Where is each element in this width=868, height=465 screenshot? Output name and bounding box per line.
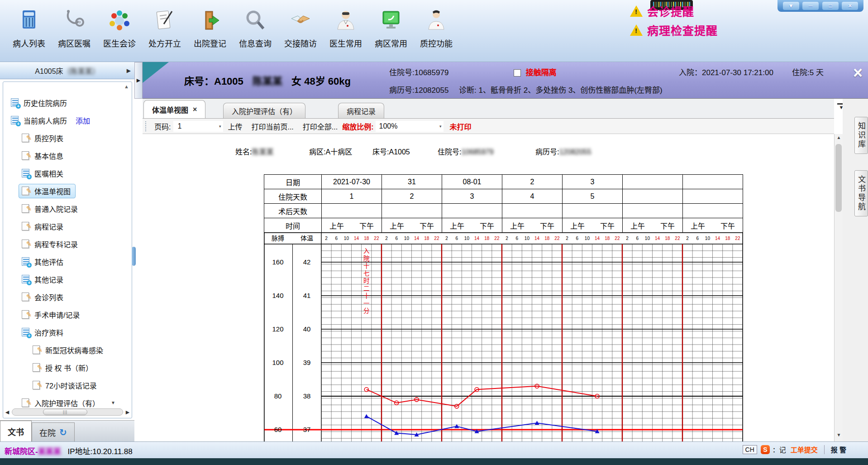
sidebar-item-历史住院病历[interactable]: +历史住院病历: [3, 94, 132, 111]
toolbar-button-ward-orders[interactable]: 病区医嘱: [52, 5, 97, 58]
print-all-button[interactable]: 打印全部...: [303, 121, 338, 132]
svg-text:十: 十: [363, 292, 370, 299]
sidebar-next-arrow-icon[interactable]: ▶: [127, 67, 131, 74]
sidebar-item-其他评估[interactable]: +其他评估: [3, 253, 132, 270]
close-window-button[interactable]: ×: [842, 2, 858, 10]
close-tab-icon[interactable]: ×: [193, 105, 197, 114]
toolbar-button-discharge-register[interactable]: 出院登记: [187, 5, 233, 58]
sidebar-item-病程专科记录[interactable]: ✎病程专科记录: [3, 235, 132, 253]
tab-progress-notes[interactable]: 病程记录: [338, 103, 384, 118]
sheet-cell: [563, 204, 623, 218]
svg-text:七: 七: [363, 270, 370, 277]
toolbar-button-patient-list[interactable]: 病人列表: [6, 5, 52, 58]
svg-text:分: 分: [363, 307, 370, 314]
maximize-window-button[interactable]: □: [822, 2, 839, 10]
refresh-icon[interactable]: ↻: [59, 427, 67, 438]
ward-orders-icon: [61, 7, 87, 34]
document-vertical-scrollbar[interactable]: ▲ ▼: [834, 134, 843, 441]
tree-scroll-up-icon[interactable]: ▲: [124, 84, 129, 89]
list-add-icon: +: [21, 168, 31, 178]
minimize-window-button[interactable]: ─: [802, 2, 819, 10]
toolbar-button-doctor-common[interactable]: 医生常用: [323, 5, 368, 58]
sidebar-item-会诊列表[interactable]: ✎会诊列表: [3, 288, 132, 306]
sogou-ime-icon[interactable]: S: [761, 445, 770, 454]
sidebar-patient-header[interactable]: A1005床 （陈某某） ▶: [0, 62, 134, 79]
close-patient-icon[interactable]: ×: [853, 65, 863, 81]
svg-text:6: 6: [335, 236, 338, 241]
print-status: 未打印: [450, 121, 472, 132]
tab-admission-assessment[interactable]: 入院护理评估（有）: [223, 103, 305, 118]
toolbar-button-handover-followup[interactable]: 交接随访: [278, 5, 323, 58]
sheet-cell: [683, 189, 743, 204]
toolbar-button-doctor-consult[interactable]: 医生会诊: [97, 5, 142, 58]
print-current-button[interactable]: 打印当前页...: [251, 121, 293, 132]
sidebar-item-当前病人病历[interactable]: +当前病人病历添加: [3, 111, 132, 129]
svg-text:80: 80: [274, 392, 282, 400]
svg-text:22: 22: [615, 236, 620, 241]
scrollbar-track[interactable]: |||: [12, 408, 123, 416]
chevron-down-icon[interactable]: ▾: [219, 124, 221, 129]
sheet-cell: 住院天数: [264, 189, 322, 204]
sidebar-item-72小时谈话记录[interactable]: ✎72小时谈话记录: [3, 376, 132, 394]
scroll-right-icon[interactable]: ▶: [123, 409, 132, 415]
sidebar-item-手术申请/记录[interactable]: ✎手术申请/记录: [3, 306, 132, 323]
sidebar-item-普通入院记录[interactable]: ✎普通入院记录: [3, 200, 132, 217]
chevron-down-icon[interactable]: ▼: [111, 400, 115, 405]
sidebar-collapse-button[interactable]: ▶: [134, 62, 143, 99]
sidebar-item-体温单视图[interactable]: ✎体温单视图: [3, 182, 132, 200]
scrollbar-thumb[interactable]: |||: [43, 409, 87, 415]
alarm-button[interactable]: 报 警: [831, 445, 846, 454]
sheet-cell: 上午下午: [382, 218, 442, 233]
tab-documents[interactable]: 文书: [0, 421, 32, 441]
zoom-select[interactable]: 100% ▾: [376, 121, 444, 132]
consult-alert[interactable]: ! 会诊提醒: [630, 3, 718, 19]
svg-text:10: 10: [344, 236, 349, 241]
sheet-field-label: 姓名:: [235, 148, 252, 156]
upload-button[interactable]: 上传: [228, 121, 242, 132]
discharge-register-icon: [197, 7, 223, 34]
sidebar-item-其他记录[interactable]: +其他记录: [3, 270, 132, 288]
chevron-down-icon[interactable]: ▾: [439, 124, 442, 129]
sidebar-item-治疗资料[interactable]: +治疗资料: [3, 323, 132, 341]
toolbar-button-label: 医生会诊: [103, 37, 136, 49]
toolbar-button-quality-control[interactable]: 质控功能: [414, 5, 459, 58]
toolbar-button-ward-common[interactable]: 病区常用: [368, 5, 414, 58]
sheet-field-value: A十病区: [325, 148, 352, 156]
toolbar-button-prescription[interactable]: 处方开立: [142, 5, 187, 58]
sidebar-item-基本信息[interactable]: ✎基本信息: [3, 147, 132, 164]
sidebar-item-医嘱相关[interactable]: +医嘱相关: [3, 164, 132, 182]
sidebar-item-质控列表[interactable]: ✎质控列表: [3, 129, 132, 147]
sidebar-item-病程记录[interactable]: ✎病程记录: [3, 217, 132, 235]
document-navigation-tab[interactable]: 文书导航: [854, 170, 868, 216]
work-order-submit-button[interactable]: 工单提交: [791, 445, 818, 454]
svg-text:37: 37: [303, 426, 311, 433]
alert-area: ! 会诊提醒 ! 病理检查提醒: [630, 3, 718, 41]
sidebar-item-新型冠状病毒感染[interactable]: ✎新型冠状病毒感染: [3, 341, 132, 359]
document-tree: +历史住院病历+当前病人病历添加✎质控列表✎基本信息+医嘱相关✎体温单视图✎普通…: [3, 94, 132, 412]
add-link[interactable]: 添加: [76, 115, 90, 126]
temperature-chart-grid: 1604214041120401003980386037脉搏体温26101418…: [264, 232, 743, 441]
scroll-left-icon[interactable]: ◀: [3, 409, 12, 415]
toolbar-button-info-search[interactable]: 信息查询: [233, 5, 278, 58]
knowledge-base-tab[interactable]: 知识库: [854, 117, 868, 154]
stay-days: 住院:5 天: [792, 66, 824, 77]
sheet-cell: 31: [382, 175, 442, 189]
svg-text:十: 十: [363, 263, 370, 269]
scroll-down-icon[interactable]: ▼: [835, 432, 843, 441]
panel-splitter-handle[interactable]: [132, 247, 136, 266]
tab-inpatients[interactable]: 在院↻: [32, 422, 75, 441]
scroll-up-icon[interactable]: ▲: [835, 135, 843, 143]
tab-temperature-chart[interactable]: 体温单视图 ×: [143, 100, 205, 118]
ime-language[interactable]: CH: [743, 445, 757, 454]
sheet-field-label: 住院号:: [438, 148, 461, 156]
sidebar-item-label: 授 权 书（新）: [45, 362, 93, 373]
pin-window-button[interactable]: ▼: [783, 2, 799, 10]
alert-label: 会诊提醒: [647, 3, 694, 19]
isolation-checkbox[interactable]: [514, 69, 521, 77]
sidebar-item-授 权 书（新）[interactable]: ✎授 权 书（新）: [3, 359, 132, 376]
pathology-alert[interactable]: ! 病理检查提醒: [630, 22, 718, 38]
scrollbar-thumb[interactable]: [835, 144, 842, 212]
page-select[interactable]: 1 ▾: [173, 121, 223, 132]
svg-text:6: 6: [696, 236, 699, 241]
sheet-info-table: 日期2021-07-303108-0123住院天数12345术后天数时间上午下午…: [264, 174, 743, 233]
